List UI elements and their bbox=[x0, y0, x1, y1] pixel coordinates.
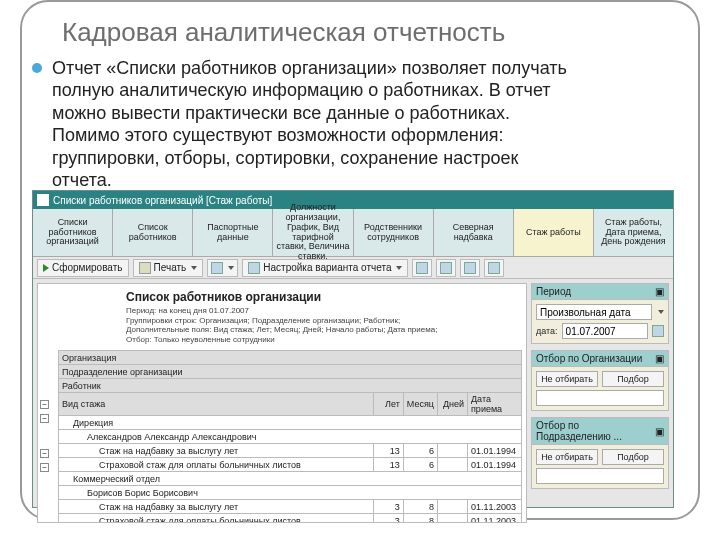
org-filter-input[interactable] bbox=[536, 390, 664, 406]
variant-label: Настройка варианта отчета bbox=[263, 262, 391, 273]
cell-y: 13 bbox=[373, 458, 403, 472]
report-groupings: Группировки строк: Организация; Подразде… bbox=[126, 316, 438, 326]
gear-icon bbox=[248, 262, 260, 274]
tab-employee-list[interactable]: Список работников bbox=[113, 209, 193, 256]
print-button[interactable]: Печать bbox=[133, 259, 204, 277]
form-button[interactable]: Сформировать bbox=[37, 259, 129, 277]
side-panel: Период▣ дата: Отбор по Организации▣ bbox=[531, 283, 669, 523]
row-stage: Страховой стаж для оплаты больничных лис… bbox=[59, 514, 374, 523]
printer-icon bbox=[139, 262, 151, 274]
tree-toggle-3[interactable]: − bbox=[40, 449, 49, 458]
row-dept: Коммерческий отдел bbox=[59, 472, 522, 486]
org-nofilter-button[interactable]: Не отбирать bbox=[536, 371, 598, 387]
cell-date: 01.01.1994 bbox=[468, 458, 522, 472]
print-button-label: Печать bbox=[154, 262, 187, 273]
tree-toggle-2[interactable]: − bbox=[40, 414, 49, 423]
dept-nofilter-button[interactable]: Не отбирать bbox=[536, 449, 598, 465]
chart-icon bbox=[488, 262, 500, 274]
report-extra: Дополнительные поля: Вид стажа; Лет; Мес… bbox=[126, 325, 438, 335]
cell-d bbox=[438, 458, 468, 472]
titlebar: Списки работников организаций [Стаж рабо… bbox=[33, 191, 673, 209]
tree-gutter: − − − − bbox=[40, 400, 58, 477]
page-icon bbox=[211, 262, 223, 274]
panel-toggle-icon[interactable]: ▣ bbox=[655, 286, 664, 297]
cell-d bbox=[438, 500, 468, 514]
cell-m: 6 bbox=[403, 444, 437, 458]
tabs-row: Списки работников организаций Список раб… bbox=[33, 209, 673, 257]
cell-date: 01.11.2003 bbox=[468, 514, 522, 523]
tab-relatives[interactable]: Родственники сотрудников bbox=[354, 209, 434, 256]
report-table: Организация Подразделение организации Ра… bbox=[58, 350, 522, 523]
panel-period-title: Период bbox=[536, 286, 571, 297]
cell-y: 13 bbox=[373, 444, 403, 458]
cell-m: 8 bbox=[403, 514, 437, 523]
org-pick-button[interactable]: Подбор bbox=[602, 371, 664, 387]
toolbar: Сформировать Печать Настройка варианта о… bbox=[33, 257, 673, 279]
bullet-text: Отчет «Списки работников организации» по… bbox=[52, 57, 572, 192]
tree-toggle-4[interactable]: − bbox=[40, 463, 49, 472]
app-window: Списки работников организаций [Стаж рабо… bbox=[32, 190, 674, 508]
table-icon bbox=[416, 262, 428, 274]
panel-toggle-icon[interactable]: ▣ bbox=[655, 353, 664, 364]
hdr-kind: Вид стажа bbox=[59, 393, 374, 416]
tool-c[interactable] bbox=[460, 259, 480, 277]
date-input[interactable] bbox=[562, 323, 648, 339]
tab-seniority[interactable]: Стаж работы bbox=[514, 209, 594, 256]
window-title: Списки работников организаций [Стаж рабо… bbox=[53, 195, 669, 206]
chevron-down-icon bbox=[191, 266, 197, 270]
dept-pick-button[interactable]: Подбор bbox=[602, 449, 664, 465]
tab-seniority-dates[interactable]: Стаж работы, Дата приема, День рождения bbox=[594, 209, 673, 256]
chevron-down-icon bbox=[396, 266, 402, 270]
tool-d[interactable] bbox=[484, 259, 504, 277]
date-label: дата: bbox=[536, 326, 558, 336]
panel-period: Период▣ дата: bbox=[531, 283, 669, 344]
bullet-dot-icon bbox=[32, 63, 42, 73]
tree-toggle-1[interactable]: − bbox=[40, 400, 49, 409]
bullet-item: Отчет «Списки работников организации» по… bbox=[32, 57, 720, 192]
report-period: Период: на конец дня 01.07.2007 bbox=[126, 306, 438, 316]
hdr-worker: Работник bbox=[59, 379, 522, 393]
cell-date: 01.01.1994 bbox=[468, 444, 522, 458]
row-stage: Стаж на надбавку за выслугу лет bbox=[59, 500, 374, 514]
panel-filter-dept-title: Отбор по Подразделению ... bbox=[536, 420, 655, 442]
slide-title: Кадровая аналитическая отчетность bbox=[62, 18, 720, 47]
cell-d bbox=[438, 514, 468, 523]
tab-north[interactable]: Северная надбавка bbox=[434, 209, 514, 256]
save-icon bbox=[440, 262, 452, 274]
variant-button[interactable]: Настройка варианта отчета bbox=[242, 259, 408, 277]
row-worker: Александров Александр Александрович bbox=[59, 430, 522, 444]
panel-filter-org-title: Отбор по Организации bbox=[536, 353, 642, 364]
panel-filter-dept: Отбор по Подразделению ...▣ Не отбирать … bbox=[531, 417, 669, 489]
cell-m: 8 bbox=[403, 500, 437, 514]
panel-filter-org: Отбор по Организации▣ Не отбирать Подбор bbox=[531, 350, 669, 411]
tab-positions[interactable]: Должности организации, График, Вид тариф… bbox=[273, 209, 353, 256]
calendar-icon[interactable] bbox=[652, 325, 664, 337]
tool-a[interactable] bbox=[412, 259, 432, 277]
form-button-label: Сформировать bbox=[52, 262, 123, 273]
hdr-days: Дней bbox=[438, 393, 468, 416]
hdr-months: Месяц bbox=[403, 393, 437, 416]
tab-lists[interactable]: Списки работников организаций bbox=[33, 209, 113, 256]
hdr-org: Организация bbox=[59, 351, 522, 365]
panel-toggle-icon[interactable]: ▣ bbox=[655, 426, 664, 437]
page-setup-button[interactable] bbox=[207, 259, 238, 277]
dept-filter-input[interactable] bbox=[536, 468, 664, 484]
chevron-down-icon[interactable] bbox=[658, 310, 664, 314]
report-filter: Отбор: Только неуволенные сотрудники bbox=[126, 335, 438, 345]
cell-m: 6 bbox=[403, 458, 437, 472]
app-icon bbox=[37, 194, 49, 206]
hdr-date: Дата приема bbox=[468, 393, 522, 416]
tool-b[interactable] bbox=[436, 259, 456, 277]
hdr-years: Лет bbox=[373, 393, 403, 416]
cell-y: 3 bbox=[373, 500, 403, 514]
row-dept: Дирекция bbox=[59, 416, 522, 430]
cell-y: 3 bbox=[373, 514, 403, 523]
cell-d bbox=[438, 444, 468, 458]
report-title: Список работников организации bbox=[126, 290, 438, 304]
tab-passport[interactable]: Паспортные данные bbox=[193, 209, 273, 256]
row-worker: Борисов Борис Борисович bbox=[59, 486, 522, 500]
row-stage: Стаж на надбавку за выслугу лет bbox=[59, 444, 374, 458]
chevron-down-icon bbox=[228, 266, 234, 270]
hdr-dept: Подразделение организации bbox=[59, 365, 522, 379]
period-combo[interactable] bbox=[536, 304, 652, 320]
